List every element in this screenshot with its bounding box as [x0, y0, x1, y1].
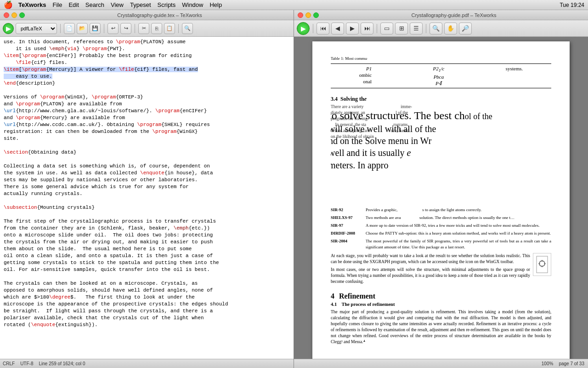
- table-caption: Table 1: Most commu: [331, 55, 367, 62]
- pdf-minimize-button[interactable]: [305, 12, 311, 18]
- desc-sir2004-label: SIR-2004: [331, 238, 363, 250]
- editor-title: Crystallography-guide.tex – TeXworks: [29, 12, 290, 18]
- pdf-page-btn2[interactable]: ⊞: [395, 23, 408, 34]
- section-4-number: 4: [331, 293, 334, 299]
- menubar-right: Tue 19:24: [560, 2, 584, 8]
- space-group-P4bar: P4̄: [433, 80, 445, 86]
- toolbar-separator-3: [135, 24, 135, 33]
- section-41-title: The process of refinement: [341, 302, 395, 307]
- sxgraph-section: At each stage, you will probably want to…: [331, 253, 551, 287]
- space-group-ombic: ombic: [359, 72, 372, 78]
- pdf-page-btn1[interactable]: ▭: [380, 23, 393, 34]
- svg-rect-0: [537, 256, 548, 273]
- pdf-last-page-button[interactable]: ⏭: [361, 23, 373, 34]
- menu-edit[interactable]: Edit: [68, 1, 79, 8]
- overlay-text-5: meters. In appro: [331, 159, 551, 171]
- apple-menu[interactable]: 🍎: [4, 0, 13, 9]
- cases-para: In most cases, one or two attempts will …: [331, 267, 530, 285]
- menu-view[interactable]: View: [111, 1, 124, 8]
- editor-run-button[interactable]: ▶: [3, 23, 14, 34]
- section-4-title: Refinement: [339, 293, 375, 299]
- pdf-zoom-in-button[interactable]: 🔍: [430, 23, 442, 34]
- desc-sir92-text: Provides a graphic, s to assign the ligh…: [366, 207, 481, 213]
- menu-search[interactable]: Search: [85, 1, 104, 8]
- editor-panel: Crystallography-guide.tex – TeXworks ▶ p…: [0, 10, 294, 368]
- format-select[interactable]: pdfLaTeX LaTeX XeLaTeX: [16, 23, 57, 34]
- editor-zoom-button[interactable]: [19, 12, 25, 18]
- overlay-text-4: well and it is usually e: [331, 147, 551, 159]
- pdf-toolbar: ▶ ⏮ ◀ ▶ ⏭ ▭ ⊞ ☰ 🔍 ✋ 🔎: [294, 20, 588, 37]
- menubar: 🍎 TeXworks File Edit Search View Typeset…: [0, 0, 588, 10]
- space-group-Pbca: Pbca: [433, 74, 445, 80]
- editor-close-button[interactable]: [4, 12, 9, 18]
- solving-para5: before attempting care nce, based: [331, 128, 551, 134]
- section-41-title-wrapper: 4.1 The process of refinement: [331, 301, 551, 308]
- toolbar-separator-2: [104, 24, 104, 33]
- toolbar-separator-4: [178, 24, 179, 33]
- menu-texworks[interactable]: TeXworks: [18, 1, 46, 8]
- desc-sir92-label: SIR-92: [331, 207, 363, 213]
- search-button[interactable]: 🔍: [182, 23, 193, 34]
- desc-sir97: SIR-97 A more up to date version of SIR-…: [331, 223, 551, 229]
- menu-scripts[interactable]: Scripts: [158, 1, 176, 8]
- editor-minimize-button[interactable]: [11, 12, 17, 18]
- pdf-search-button[interactable]: 🔎: [459, 23, 472, 34]
- editor-traffic-lights: [4, 12, 25, 18]
- pdf-titlebar: Crystallography-guide.pdf – TeXworks: [294, 10, 588, 20]
- pdf-table-section: Table 1: Most commu P1 ombic onal P21/c …: [331, 55, 551, 88]
- line-col-indicator: Line 259 of 1624; col 0: [39, 361, 85, 366]
- solving-para4: In general, the sta rograms: [331, 122, 551, 128]
- desc-shelxs97-label: SHELXS-97: [331, 215, 363, 221]
- desc-dirdif2008-text: Choose the PATTY sub-option: this is a h…: [366, 230, 551, 236]
- pdf-page-btn3[interactable]: ☰: [410, 23, 423, 34]
- section-34-heading: Solving the: [340, 96, 367, 102]
- menu-file[interactable]: File: [52, 1, 62, 8]
- pdf-close-button[interactable]: [298, 12, 303, 18]
- pdf-content[interactable]: Table 1: Most commu P1 ombic onal P21/c …: [294, 37, 588, 359]
- pdf-next-page-button[interactable]: ▶: [346, 23, 359, 34]
- pdf-zoom-level: 100%: [542, 361, 554, 366]
- cut-button[interactable]: ✂: [138, 23, 149, 34]
- menu-help[interactable]: Help: [209, 1, 222, 8]
- menubar-time: Tue 19:24: [560, 2, 584, 8]
- pdf-zoom-button[interactable]: [313, 12, 319, 18]
- space-group-onal: onal: [359, 78, 372, 85]
- pdf-page-indicator: page 7 of 33: [559, 361, 584, 366]
- desc-sir2004: SIR-2004 The most powerful of the family…: [331, 238, 551, 250]
- desc-dirdif2008-label: DIRDIF-2008: [331, 230, 363, 236]
- save-button[interactable]: 💾: [90, 23, 101, 34]
- section-4: 4 Refinement 4.1 The process of refineme…: [331, 293, 551, 345]
- menu-window[interactable]: Window: [182, 1, 203, 8]
- editor-statusbar: CRLF UTF-8 Line 259 of 1624; col 0: [0, 359, 294, 368]
- copy-button[interactable]: ⎘: [151, 23, 162, 34]
- space-group-P21c: P21/c: [433, 65, 445, 74]
- editor-toolbar: ▶ pdfLaTeX LaTeX XeLaTeX 📄 📂 💾 ↩ ↪ ✂ ⎘ 📋…: [0, 20, 294, 37]
- pdf-run-button[interactable]: ▶: [297, 22, 310, 35]
- editor-content[interactable]: use. In this document, references to \pr…: [0, 37, 294, 359]
- systems-label: systems.: [506, 65, 523, 72]
- editor-titlebar: Crystallography-guide.tex – TeXworks: [0, 10, 294, 20]
- desc-sir97-text: A more up to date version of SIR-92, tri…: [366, 223, 539, 229]
- open-button[interactable]: 📂: [77, 23, 88, 34]
- line-ending-indicator: CRLF: [3, 361, 15, 366]
- desc-sir2004-text: The most powerful of the family of SIR p…: [366, 238, 551, 250]
- redo-button[interactable]: ↪: [120, 23, 131, 34]
- space-group-P1: P1: [359, 65, 372, 72]
- section-34-title: 3.4 Solving the: [331, 96, 551, 102]
- pdf-hand-tool-button[interactable]: ✋: [444, 23, 457, 34]
- pdf-prev-page-button[interactable]: ◀: [331, 23, 344, 34]
- pdf-page: Table 1: Most commu P1 ombic onal P21/c …: [312, 41, 570, 359]
- paste-button[interactable]: 📋: [164, 23, 175, 34]
- pdf-first-page-button[interactable]: ⏮: [317, 23, 329, 34]
- sxgraph-para: At each stage, you will probably want to…: [331, 253, 530, 265]
- section-34: 3.4 Solving the There are a variety imme…: [331, 96, 551, 287]
- solving-para1: There are a variety imme-: [331, 104, 551, 110]
- undo-button[interactable]: ↩: [107, 23, 119, 34]
- solving-para2: diately apparent, an l of the: [331, 110, 551, 116]
- description-list: SIR-92 Provides a graphic, s to assign t…: [331, 207, 551, 250]
- new-button[interactable]: 📄: [64, 23, 75, 34]
- sxgraph-icon: [533, 253, 551, 276]
- pdf-statusbar: 100% page 7 of 33: [294, 359, 588, 368]
- menu-typeset[interactable]: Typeset: [130, 1, 151, 8]
- solving-para6: on the likihood of obtain: [331, 134, 551, 140]
